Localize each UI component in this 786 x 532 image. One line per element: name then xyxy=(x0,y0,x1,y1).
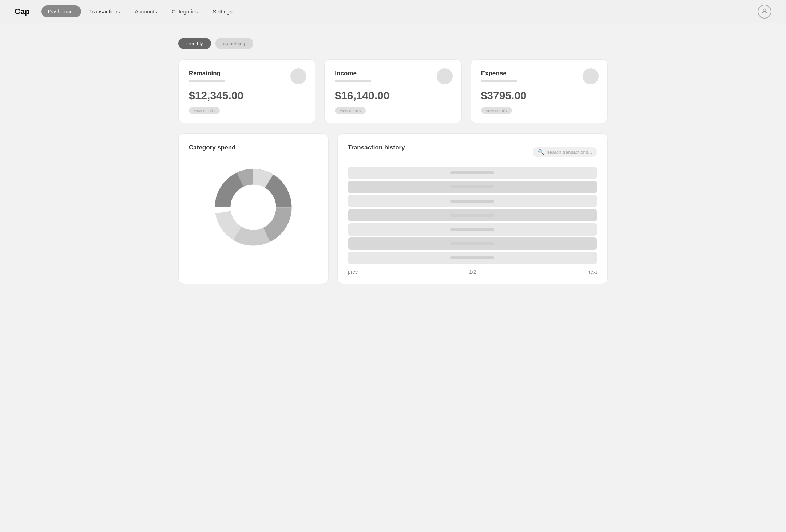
pagination-page: 1/2 xyxy=(469,269,476,275)
expense-title: Expense xyxy=(481,70,597,77)
donut-chart-container xyxy=(189,160,318,255)
navbar: Cap Dashboard Transactions Accounts Cate… xyxy=(0,0,786,23)
filter-row: monthly something xyxy=(178,38,608,49)
card-expense: Expense $3795.00 view details xyxy=(471,59,608,123)
income-badge[interactable]: view details xyxy=(335,107,366,114)
income-sub-bar xyxy=(335,80,371,82)
filter-monthly[interactable]: monthly xyxy=(178,38,211,49)
table-row xyxy=(348,209,597,221)
card-remaining: Remaining $12,345.00 view details xyxy=(178,59,315,123)
expense-icon-circle xyxy=(583,68,599,84)
expense-amount: $3795.00 xyxy=(481,89,597,102)
main-content: monthly something Remaining $12,345.00 v… xyxy=(156,23,630,299)
nav-dashboard[interactable]: Dashboard xyxy=(41,5,81,17)
user-avatar[interactable] xyxy=(758,5,771,19)
expense-sub-bar xyxy=(481,80,517,82)
remaining-title: Remaining xyxy=(189,70,305,77)
svg-point-0 xyxy=(763,9,766,11)
nav-accounts[interactable]: Accounts xyxy=(128,5,164,17)
pagination-next[interactable]: next xyxy=(588,269,597,275)
table-row xyxy=(348,181,597,193)
tx-title: Transaction history xyxy=(348,144,405,151)
tx-pagination: prev 1/2 next xyxy=(348,269,597,275)
donut-chart xyxy=(210,164,297,251)
search-icon: 🔍 xyxy=(538,149,544,155)
tx-search-bar[interactable]: 🔍 search transactions... xyxy=(533,147,597,157)
category-spend-title: Category spend xyxy=(189,144,318,151)
income-title: Income xyxy=(335,70,451,77)
remaining-sub-bar xyxy=(189,80,225,82)
tx-search-placeholder: search transactions... xyxy=(547,149,592,155)
cards-row: Remaining $12,345.00 view details Income… xyxy=(178,59,608,123)
tx-header: Transaction history 🔍 search transaction… xyxy=(348,144,597,160)
table-row xyxy=(348,237,597,250)
table-row xyxy=(348,195,597,207)
category-spend-panel: Category spend xyxy=(178,133,329,284)
nav-settings[interactable]: Settings xyxy=(206,5,239,17)
nav-categories[interactable]: Categories xyxy=(165,5,205,17)
table-row xyxy=(348,167,597,179)
remaining-badge[interactable]: view details xyxy=(189,107,220,114)
transaction-history-panel: Transaction history 🔍 search transaction… xyxy=(337,133,608,284)
filter-other[interactable]: something xyxy=(215,38,253,49)
svg-point-5 xyxy=(231,185,276,230)
nav-transactions[interactable]: Transactions xyxy=(83,5,127,17)
card-income: Income $16,140.00 view details xyxy=(324,59,461,123)
income-icon-circle xyxy=(437,68,453,84)
remaining-amount: $12,345.00 xyxy=(189,89,305,102)
income-amount: $16,140.00 xyxy=(335,89,451,102)
nav-links: Dashboard Transactions Accounts Categori… xyxy=(41,5,758,17)
bottom-row: Category spend Transaction history 🔍 sea… xyxy=(178,133,608,284)
remaining-icon-circle xyxy=(290,68,306,84)
table-row xyxy=(348,223,597,236)
app-logo: Cap xyxy=(15,7,30,16)
pagination-prev[interactable]: prev xyxy=(348,269,358,275)
table-row xyxy=(348,252,597,264)
tx-list xyxy=(348,167,597,264)
expense-badge[interactable]: view details xyxy=(481,107,512,114)
